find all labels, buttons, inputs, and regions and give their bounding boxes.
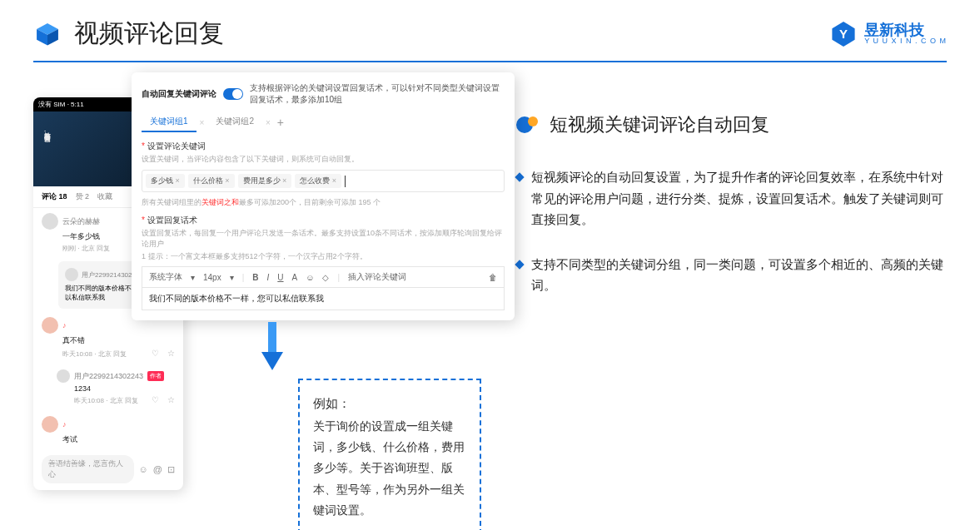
field-hint: 设置回复话术，每回复一个用户评论只发送一条话术。最多支持设置10条不同话术，按添…: [142, 228, 505, 250]
svg-point-7: [528, 116, 538, 126]
logo-icon: Y: [829, 20, 858, 48]
auto-reply-toggle[interactable]: [223, 88, 243, 100]
underline-button[interactable]: U: [277, 273, 283, 282]
mention-icon[interactable]: @: [153, 464, 162, 474]
header: 视频评论回复 Y 昱新科技 Y U U X I N . C O M: [0, 0, 980, 51]
comment-meta: 刚刚 · 北京 回复: [62, 244, 110, 253]
keyword-group-tab-2[interactable]: 关键词组2: [207, 112, 262, 132]
comment-name: 用户2299214302243: [74, 371, 143, 382]
chevron-down-icon[interactable]: ▾: [230, 273, 234, 282]
keyword-tag[interactable]: 什么价格: [188, 174, 235, 188]
page-title: 视频评论回复: [74, 17, 224, 51]
tab-likes[interactable]: 赞 2: [76, 191, 90, 202]
svg-marker-5: [261, 352, 283, 370]
font-select[interactable]: 系统字体: [149, 271, 182, 283]
action-icons[interactable]: ♡ ☆: [152, 348, 175, 359]
image-icon[interactable]: ⊡: [167, 464, 175, 475]
svg-text:Y: Y: [839, 26, 848, 40]
header-left: 视频评论回复: [33, 17, 224, 51]
emoji-button[interactable]: ☺: [306, 273, 314, 282]
field-tip: 1 提示：一个富文本框最多支持512个字符，一个汉字占用2个字符。: [142, 251, 505, 262]
toggle-label: 自动回复关键词评论: [142, 88, 216, 100]
section-title: 短视频关键词评论自动回复: [550, 112, 769, 137]
editor-toolbar: 系统字体▾ 14px▾ | B I U A ☺ ◇ | 插入评论关键词 🗑: [142, 266, 505, 287]
field-label-reply: 设置回复话术: [142, 215, 505, 226]
avatar: [65, 268, 78, 281]
logo-text-sub: Y U U X I N . C O M: [864, 37, 947, 45]
avatar: [42, 213, 58, 230]
left-column: 没有 SIM · 5:11 各有名有海 当笑口常开,1 评论 18 赞 2 收藏…: [33, 87, 483, 319]
comment-item: ♪ 考试: [33, 411, 183, 450]
comment-text: 考试: [62, 434, 175, 445]
statusbar-text: 没有 SIM · 5:11: [38, 100, 84, 109]
avatar: [57, 369, 70, 383]
bullet-text: 支持不同类型的关键词分组，同一类问题，可设置多个相近的、高频的关键词。: [531, 254, 947, 296]
bold-button[interactable]: B: [252, 273, 258, 282]
insert-keyword-button[interactable]: 插入评论关键词: [348, 271, 406, 283]
keyword-tag[interactable]: 怎么收费: [295, 174, 341, 188]
keyword-tag[interactable]: 多少钱: [146, 174, 185, 188]
keyword-group-tab-1[interactable]: 关键词组1: [142, 112, 196, 132]
comment-meta: 昨天10:08 · 北京 回复: [62, 349, 127, 359]
italic-button[interactable]: I: [267, 273, 270, 282]
bullet-item: 支持不同类型的关键词分组，同一类问题，可设置多个相近的、高频的关键词。: [516, 254, 947, 296]
bullet-text: 短视频评论的自动回复设置，为了提升作者的评论回复效率，在系统中针对常见的评论用户…: [531, 166, 947, 230]
keyword-tag[interactable]: 费用是多少: [238, 174, 292, 188]
right-column: 短视频关键词评论自动回复 短视频评论的自动回复设置，为了提升作者的评论回复效率，…: [516, 87, 947, 319]
field-hint: 设置关键词，当评论内容包含了以下关键词，则系统可自动回复。: [142, 154, 505, 165]
comment-text: 1234: [74, 384, 175, 393]
add-group-button[interactable]: +: [277, 116, 284, 129]
size-select[interactable]: 14px: [203, 273, 221, 282]
cube-icon: [33, 20, 62, 48]
logo-text-main: 昱新科技: [864, 22, 947, 37]
diamond-icon: [515, 260, 524, 269]
keywords-input[interactable]: 多少钱 什么价格 费用是多少 怎么收费: [142, 170, 505, 192]
arrow-down-icon: [260, 322, 285, 372]
comment-item: 用户2299214302243 作者 1234 昨天10:08 · 北京 回复♡…: [33, 364, 183, 411]
avatar: [42, 317, 58, 334]
delete-button[interactable]: 🗑: [489, 273, 497, 282]
diamond-icon: [515, 172, 524, 181]
logo: Y 昱新科技 Y U U X I N . C O M: [829, 20, 947, 48]
chevron-down-icon[interactable]: ▾: [191, 273, 195, 282]
example-title: 例如：: [313, 392, 466, 414]
color-button[interactable]: A: [292, 273, 298, 282]
example-box: 例如： 关于询价的设置成一组关键词，多少钱、什么价格，费用多少等。关于咨询班型、…: [298, 379, 481, 530]
video-overlay-text: 各有名有海 当笑口常开,1: [42, 128, 52, 136]
keywords-count-hint: 所有关键词组里的关键词之和最多可添加200个，目前剩余可添加 195 个: [142, 197, 505, 208]
phone-input-bar: 善语结善缘，恶言伤人心 ☺ @ ⊡: [42, 455, 175, 483]
example-body: 关于询价的设置成一组关键词，多少钱、什么价格，费用多少等。关于咨询班型、版本、型…: [313, 416, 466, 521]
comment-name: 云朵的赫赫: [62, 216, 100, 227]
reply-editor[interactable]: 我们不同的版本价格不一样，您可以私信联系我: [142, 287, 505, 310]
svg-rect-4: [268, 322, 276, 354]
toggle-desc: 支持根据评论的关键词设置回复话术，可以针对不同类型关键词设置回复话术，最多添加1…: [250, 82, 505, 106]
cursor-icon: [345, 176, 346, 187]
section-bullet-icon: [516, 113, 540, 136]
emoji-icon[interactable]: ☺: [139, 464, 148, 474]
tab-comments[interactable]: 评论 18: [42, 191, 67, 202]
comment-meta: 昨天10:08 · 北京 回复: [74, 396, 138, 405]
clear-button[interactable]: ◇: [322, 273, 329, 282]
avatar: [42, 416, 58, 433]
settings-panel: 自动回复关键词评论 支持根据评论的关键词设置回复话术，可以针对不同类型关键词设置…: [132, 72, 515, 320]
field-label-keywords: 设置评论关键词: [142, 141, 505, 152]
bullet-item: 短视频评论的自动回复设置，为了提升作者的评论回复效率，在系统中针对常见的评论用户…: [516, 166, 947, 230]
comment-input[interactable]: 善语结善缘，恶言伤人心: [42, 455, 134, 483]
comment-text: 真不错: [62, 335, 175, 346]
action-icons[interactable]: ♡ ☆: [152, 394, 175, 406]
author-tag: 作者: [147, 371, 164, 381]
tab-fav[interactable]: 收藏: [97, 191, 112, 202]
